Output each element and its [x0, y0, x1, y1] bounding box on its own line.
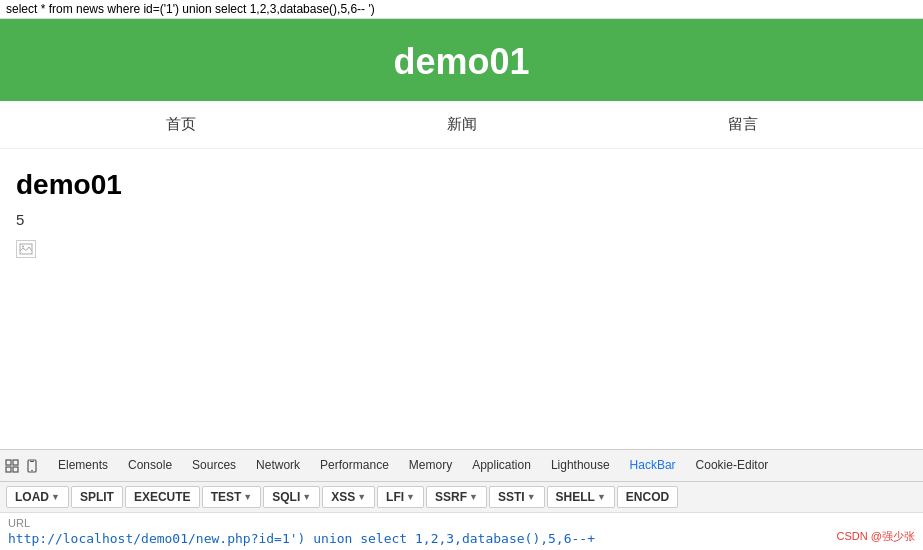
- site-header: demo01: [0, 19, 923, 101]
- site-nav: 首页 新闻 留言: [0, 101, 923, 149]
- content-number: 5: [16, 211, 907, 228]
- svg-point-1: [22, 246, 24, 248]
- broken-image: [16, 240, 36, 258]
- nav-item-news[interactable]: 新闻: [447, 115, 477, 134]
- nav-item-guestbook[interactable]: 留言: [728, 115, 758, 134]
- content-area: demo01 5: [0, 149, 923, 270]
- content-title: demo01: [16, 169, 907, 201]
- nav-item-home[interactable]: 首页: [166, 115, 196, 134]
- sql-bar: select * from news where id=('1') union …: [0, 0, 923, 19]
- site-title: demo01: [0, 41, 923, 83]
- sql-text: select * from news where id=('1') union …: [6, 2, 375, 16]
